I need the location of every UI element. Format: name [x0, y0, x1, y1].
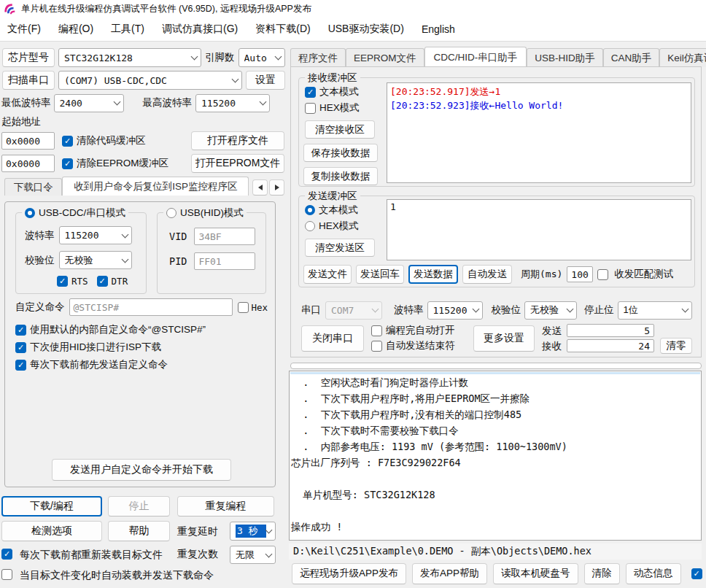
status-log-area[interactable]: . 空闲状态时看门狗定时器停止计数 . 下次下载用户程序时,将用户EEPROM区…	[289, 371, 702, 541]
rts-checkbox[interactable]	[57, 276, 68, 287]
chip-model-button[interactable]: 芯片型号	[2, 48, 55, 67]
tab-program-file[interactable]: 程序文件	[290, 48, 346, 67]
tab-scroll-left-button[interactable]	[252, 179, 268, 196]
recv-text-mode-checkbox[interactable]	[305, 87, 316, 98]
send-buffer-textarea[interactable]: 1	[387, 199, 691, 260]
max-baud-select[interactable]: 115200	[195, 94, 270, 112]
menu-tools[interactable]: 工具(T)	[111, 23, 144, 36]
log-line: . 下次下载用户程序时,将用户EEPROM区一并擦除	[291, 390, 699, 406]
serial-port-combo[interactable]: COM7	[325, 301, 382, 320]
pin-count-select[interactable]: Auto	[238, 48, 286, 67]
chevron-down-icon	[275, 53, 282, 61]
clear-send-button[interactable]: 清空发送区	[305, 239, 375, 257]
publish-app-help-button[interactable]: 发布APP帮助	[412, 563, 487, 584]
menu-program[interactable]: 编程(O)	[58, 23, 93, 36]
dtr-checkbox[interactable]	[97, 276, 108, 287]
menu-file[interactable]: 文件(F)	[7, 23, 41, 36]
send-before-download-checkbox[interactable]	[15, 360, 26, 371]
scan-port-button[interactable]: 扫描串口	[2, 71, 55, 90]
save-receive-button[interactable]: 保存接收数据	[303, 144, 378, 162]
clear-code-checkbox[interactable]	[62, 136, 73, 147]
rts-label: RTS	[71, 276, 88, 287]
min-baud-select[interactable]: 2400	[54, 94, 124, 112]
chevron-down-icon	[260, 98, 267, 106]
chevron-down-icon	[372, 306, 379, 313]
repeat-delay-select[interactable]: 3 秒	[230, 522, 276, 541]
port-settings-button[interactable]: 设置	[246, 71, 285, 90]
chevron-down-icon	[567, 306, 574, 313]
chevron-down-icon	[472, 306, 479, 313]
copy-receive-button[interactable]: 复制接收数据	[303, 167, 378, 185]
dynamic-info-button[interactable]: 动态信息	[626, 563, 681, 584]
repeat-times-select[interactable]: 无限	[230, 546, 276, 564]
send-text-mode-radio[interactable]	[305, 205, 315, 215]
clear-button[interactable]: 清除	[584, 563, 620, 584]
more-settings-button[interactable]: 更多设置	[473, 325, 535, 352]
tab-cdc-hid-serial-assistant[interactable]: CDC/HID-串口助手	[424, 47, 527, 67]
cdc-baud-select[interactable]: 115200	[59, 226, 132, 244]
clear-eeprom-checkbox[interactable]	[62, 158, 73, 169]
send-hex-mode-radio[interactable]	[305, 221, 315, 231]
stop-button[interactable]: 停止	[108, 496, 170, 517]
cdc-parity-select[interactable]: 无校验	[59, 251, 132, 269]
serial-port-select[interactable]: (COM7) USB-CDC,CDC	[58, 71, 242, 90]
usb-hid-mode-radio[interactable]	[166, 208, 176, 218]
open-program-file-button[interactable]: 打开程序文件	[191, 131, 284, 150]
tab-can-assistant[interactable]: CAN助手	[603, 48, 660, 67]
tab-download-password[interactable]: 下载口令	[4, 178, 62, 196]
remote-upgrade-app-button[interactable]: 远程现场升级APP发布	[292, 563, 406, 584]
tab-keil-simulation[interactable]: Keil仿真设置	[659, 48, 706, 67]
serial-parity-combo[interactable]: 无校验	[524, 301, 577, 320]
read-disk-id-button[interactable]: 读取本机硬盘号	[493, 563, 578, 584]
custom-command-hex-checkbox[interactable]	[238, 302, 249, 313]
send-custom-command-download-button[interactable]: 发送用户自定义命令并开始下载	[52, 459, 231, 481]
chip-model-select[interactable]: STC32G12K128	[58, 48, 201, 67]
custom-command-input[interactable]: @STCISP#	[69, 298, 233, 316]
log-line: . 空闲状态时看门狗定时器停止计数	[291, 374, 699, 390]
open-eeprom-file-button[interactable]: 打开EEPROM文件	[191, 154, 284, 173]
tx-count-label: 发送	[542, 325, 562, 338]
auto-open-checkbox[interactable]	[371, 325, 382, 336]
reset-counters-button[interactable]: 清零	[660, 338, 692, 354]
menu-english[interactable]: English	[422, 23, 455, 35]
close-port-button[interactable]: 关闭串口	[301, 325, 364, 352]
cdc-baud-value: 115200	[65, 230, 123, 241]
tab-eeprom-file[interactable]: EEPROM文件	[346, 48, 424, 67]
check-options-button[interactable]: 检测选项	[1, 521, 102, 541]
send-cr-button[interactable]: 发送回车	[356, 265, 404, 284]
max-baud-label: 最高波特率	[143, 96, 193, 109]
menu-downloads[interactable]: 资料下载(D)	[255, 23, 310, 36]
auto-end-checkbox[interactable]	[371, 341, 382, 352]
reload-target-checkbox[interactable]	[1, 549, 12, 560]
period-input[interactable]: 100	[567, 266, 593, 282]
code-buffer-row: 0x0000 清除代码缓冲区 打开程序文件	[1, 131, 284, 150]
eeprom-start-address-input[interactable]: 0x0000	[1, 155, 55, 172]
send-file-button[interactable]: 发送文件	[303, 265, 352, 284]
pid-input[interactable]: FF01	[194, 252, 255, 270]
beep-checkbox[interactable]	[691, 568, 702, 579]
recv-hex-mode-checkbox[interactable]	[305, 103, 316, 114]
download-program-button[interactable]: 下载/编程	[1, 496, 102, 517]
send-data-button[interactable]: 发送数据	[408, 265, 458, 284]
hid-next-download-checkbox[interactable]	[15, 342, 26, 353]
menu-usb-driver[interactable]: USB驱动安装(D)	[328, 23, 404, 36]
tab-scroll-right-button[interactable]	[269, 179, 284, 196]
tab-usb-hid-assistant[interactable]: USB-HID助手	[527, 48, 603, 67]
clear-receive-button[interactable]: 清空接收区	[305, 120, 375, 139]
vid-input[interactable]: 34BF	[194, 228, 255, 245]
serial-stop-combo[interactable]: 1位	[618, 301, 693, 320]
match-test-checkbox[interactable]	[597, 269, 608, 280]
auto-send-button[interactable]: 自动发送	[462, 265, 512, 284]
usb-cdc-mode-radio[interactable]	[25, 208, 35, 218]
help-button[interactable]: 帮助	[108, 521, 170, 541]
autoload-on-change-checkbox[interactable]	[1, 569, 12, 580]
use-default-command-checkbox[interactable]	[15, 325, 26, 336]
receive-buffer-textarea[interactable]: [20:23:52.917]发送→1 [20:23:52.923]接收←Hell…	[387, 82, 691, 183]
serial-baud-value: 115200	[433, 305, 473, 316]
tab-reset-to-isp[interactable]: 收到用户命令后复位到ISP监控程序区	[62, 177, 249, 196]
code-start-address-input[interactable]: 0x0000	[1, 132, 55, 150]
serial-baud-combo[interactable]: 115200	[427, 301, 483, 320]
menu-debug-interface[interactable]: 调试仿真接口(G)	[162, 23, 238, 36]
repeat-program-button[interactable]: 重复编程	[177, 496, 274, 517]
progress-bar	[290, 363, 702, 369]
